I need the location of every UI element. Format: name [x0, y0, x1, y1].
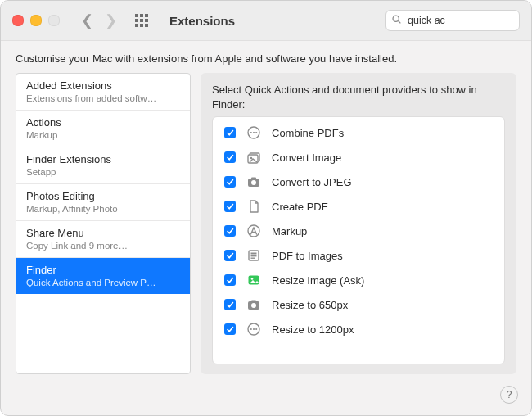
svg-line-1 — [399, 21, 401, 24]
page-subtitle: Customise your Mac with extensions from … — [1, 41, 531, 73]
toolbar: ❮ ❯ Extensions ✕ — [1, 1, 531, 41]
quick-action-row: Combine PDFs — [213, 120, 504, 145]
sidebar-item-finder[interactable]: FinderQuick Actions and Preview P… — [16, 258, 190, 294]
markup-icon — [246, 223, 262, 239]
action-label: PDF to Images — [272, 250, 343, 262]
sidebar-item-photos-editing[interactable]: Photos EditingMarkup, Affinity Photo — [16, 184, 190, 221]
gallery-icon — [246, 149, 262, 165]
action-checkbox[interactable] — [224, 151, 236, 163]
sidebar-item-title: Photos Editing — [26, 190, 180, 202]
minimize-window-button[interactable] — [30, 15, 42, 26]
quick-action-row: Resize to 650px — [213, 292, 504, 317]
sidebar-item-subtitle: Markup — [26, 130, 180, 140]
sidebar-item-title: Share Menu — [26, 227, 180, 239]
search-icon — [391, 14, 402, 27]
search-field[interactable]: ✕ — [385, 10, 520, 31]
action-label: Resize to 650px — [272, 299, 348, 311]
quick-action-row: PDF to Images — [213, 243, 504, 268]
search-input[interactable] — [406, 14, 532, 27]
dots-icon — [246, 321, 262, 337]
action-label: Resize Image (Ask) — [272, 274, 364, 287]
close-window-button[interactable] — [12, 15, 24, 26]
preferences-window: ❮ ❯ Extensions ✕ Customise your Mac with… — [0, 0, 532, 416]
zoom-window-button — [48, 15, 60, 26]
quick-action-row: Create PDF — [213, 194, 504, 219]
svg-point-0 — [393, 16, 399, 21]
show-all-icon[interactable] — [133, 12, 150, 29]
forward-button[interactable]: ❯ — [105, 13, 117, 28]
camera-icon — [246, 174, 262, 190]
sidebar-item-subtitle: Quick Actions and Preview P… — [26, 278, 180, 287]
action-label: Convert Image — [272, 151, 341, 164]
content-pane: Select Quick Actions and document provid… — [201, 73, 516, 374]
sidebar-item-subtitle: Extensions from added softw… — [26, 93, 180, 103]
quick-action-row: Markup — [213, 219, 504, 243]
dots-icon — [246, 124, 262, 141]
nav-buttons: ❮ ❯ — [81, 13, 117, 28]
sidebar-item-title: Added Extensions — [26, 79, 180, 92]
action-checkbox[interactable] — [224, 201, 236, 212]
action-checkbox[interactable] — [224, 127, 236, 138]
action-checkbox[interactable] — [224, 323, 236, 335]
sidebar-item-added-extensions[interactable]: Added ExtensionsExtensions from added so… — [16, 74, 190, 111]
sidebar-item-finder-extensions[interactable]: Finder ExtensionsSetapp — [16, 147, 190, 184]
quick-action-row: Resize Image (Ask) — [213, 268, 504, 292]
sidebar-item-subtitle: Markup, Affinity Photo — [26, 204, 180, 214]
sidebar-item-subtitle: Copy Link and 9 more… — [26, 241, 180, 251]
doc-icon — [246, 198, 262, 215]
quick-actions-list: Combine PDFsConvert ImageConvert to JPEG… — [212, 116, 505, 364]
content-header: Select Quick Actions and document provid… — [212, 83, 505, 111]
sidebar-item-subtitle: Setapp — [26, 167, 180, 177]
action-checkbox[interactable] — [224, 250, 236, 261]
action-checkbox[interactable] — [224, 299, 236, 310]
action-label: Resize to 1200px — [272, 323, 354, 336]
action-label: Create PDF — [272, 201, 328, 213]
window-title: Extensions — [169, 14, 235, 28]
sidebar-item-title: Actions — [26, 116, 180, 129]
action-label: Convert to JPEG — [272, 176, 352, 188]
camera-icon — [246, 296, 262, 313]
window-controls — [12, 15, 60, 26]
sidebar-item-share-menu[interactable]: Share MenuCopy Link and 9 more… — [16, 221, 190, 258]
image-icon — [246, 272, 262, 288]
action-label: Markup — [272, 225, 307, 237]
help-button[interactable]: ? — [500, 386, 518, 404]
quick-action-row: Convert Image — [213, 145, 504, 170]
action-label: Combine PDFs — [272, 127, 344, 139]
pdf-icon — [246, 247, 262, 264]
quick-action-row: Convert to JPEG — [213, 170, 504, 194]
sidebar-item-actions[interactable]: ActionsMarkup — [16, 111, 190, 147]
sidebar: Added ExtensionsExtensions from added so… — [16, 73, 191, 374]
action-checkbox[interactable] — [224, 176, 236, 188]
action-checkbox[interactable] — [224, 274, 236, 286]
quick-action-row: Resize to 1200px — [213, 317, 504, 341]
action-checkbox[interactable] — [224, 225, 236, 237]
sidebar-item-title: Finder Extensions — [26, 153, 180, 165]
back-button[interactable]: ❮ — [81, 13, 93, 28]
sidebar-item-title: Finder — [26, 264, 180, 276]
